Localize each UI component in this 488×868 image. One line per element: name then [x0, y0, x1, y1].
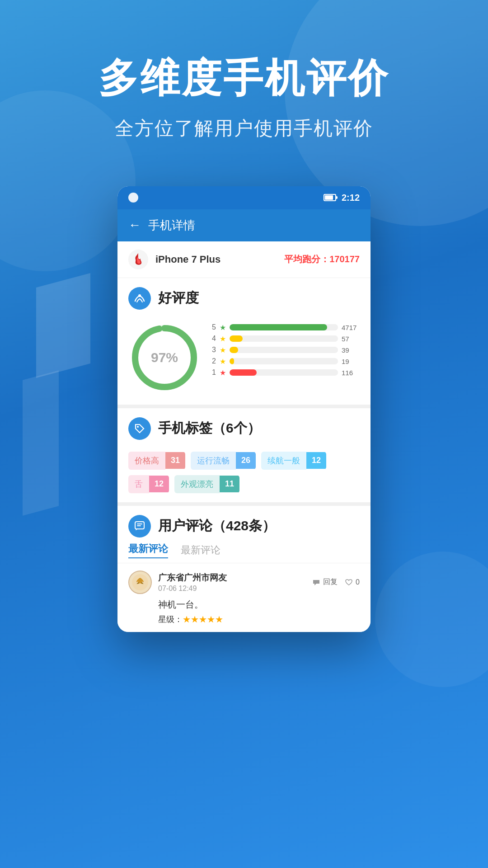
tags-header: 手机标签（6个）: [117, 408, 371, 447]
svg-point-4: [137, 426, 139, 428]
status-bar: 2:12: [117, 186, 371, 209]
bar-star-number: 5: [210, 323, 216, 331]
comment-user-left: 广东省广州市网友 07-06 12:49: [128, 571, 227, 594]
comment-username: 广东省广州市网友: [158, 572, 227, 584]
comment-avatar: [128, 571, 152, 594]
svg-point-1: [138, 294, 141, 297]
phone-name: iPhone 7 Plus: [155, 254, 277, 265]
bar-count: 4717: [342, 324, 360, 331]
app-icon: [128, 193, 138, 203]
tag-count: 11: [220, 476, 239, 492]
app-header: ← 手机详情: [117, 209, 371, 241]
bar-star-number: 4: [210, 335, 216, 343]
status-bar-right: 2:12: [324, 193, 360, 203]
tag-count: 31: [165, 452, 185, 469]
hero-title: 多维度手机评价: [0, 54, 488, 102]
comments-icon: [128, 515, 151, 538]
star-icon: ★: [199, 615, 207, 624]
tag-name: 外观漂亮: [174, 475, 220, 493]
battery-icon: [324, 194, 336, 201]
comment-user-info: 广东省广州市网友 07-06 12:49: [158, 572, 227, 593]
rating-percentage: 97%: [151, 350, 178, 365]
rating-content: 97% 5 ★ 4717 4 ★ 57 3 ★ 39 2 ★ 19: [117, 317, 371, 405]
hero-section: 多维度手机评价 全方位了解用户使用手机评价: [0, 0, 488, 168]
bar-row: 1 ★ 116: [210, 368, 360, 377]
bar-count: 19: [342, 358, 360, 365]
tag-item[interactable]: 价格高 31: [128, 452, 185, 470]
bar-fill: [230, 347, 238, 353]
bar-fill: [230, 335, 243, 342]
star-icon: ★: [220, 357, 226, 366]
comment-stars: 星级：★★★★★: [158, 614, 360, 625]
rating-header: 好评度: [117, 278, 371, 317]
latest-tab[interactable]: 最新评论: [128, 542, 168, 558]
tag-name: 运行流畅: [191, 452, 236, 470]
comments-section: 用户评论（428条） 最新评论 最新评论: [117, 506, 371, 632]
bar-track: [230, 335, 338, 342]
comments-header: 用户评论（428条）: [117, 506, 371, 542]
tag-item[interactable]: 舌 12: [128, 475, 169, 493]
tags-icon: [128, 417, 151, 440]
status-time: 2:12: [342, 193, 360, 203]
comment-user-row: 广东省广州市网友 07-06 12:49 回复: [128, 571, 360, 594]
comment-like-button[interactable]: 0: [345, 578, 360, 586]
comment-item: 广东省广州市网友 07-06 12:49 回复: [117, 563, 371, 632]
rating-icon: [128, 287, 151, 310]
bar-track: [230, 347, 338, 353]
phone-info-row: iPhone 7 Plus 平均跑分：170177: [117, 241, 371, 278]
hero-subtitle: 全方位了解用户使用手机评价: [0, 116, 488, 141]
bar-count: 57: [342, 335, 360, 343]
tag-item[interactable]: 运行流畅 26: [191, 452, 256, 470]
tags-title: 手机标签（6个）: [158, 419, 261, 438]
tags-section: 手机标签（6个） 价格高 31 运行流畅 26 续航一般 12 舌 12 外观漂…: [117, 408, 371, 506]
phone-score: 平均跑分：170177: [284, 253, 360, 265]
star-icon: ★: [215, 615, 223, 624]
bar-row: 4 ★ 57: [210, 335, 360, 343]
bar-star-number: 1: [210, 368, 216, 377]
star-icon: ★: [207, 615, 215, 624]
back-button[interactable]: ←: [128, 218, 141, 232]
tag-name: 舌: [128, 475, 149, 493]
star-icon: ★: [220, 368, 226, 377]
bar-track: [230, 358, 338, 364]
inactive-tab: 最新评论: [181, 543, 221, 557]
star-icon: ★: [220, 346, 226, 354]
star-icon: ★: [220, 335, 226, 343]
comment-body: 神机一台。: [158, 598, 360, 611]
stars-label: 星级：: [158, 615, 183, 624]
bar-star-number: 3: [210, 346, 216, 354]
bar-count: 116: [342, 369, 360, 377]
tag-item[interactable]: 外观漂亮 11: [174, 475, 239, 493]
bar-fill: [230, 369, 257, 376]
tag-count: 12: [306, 452, 326, 469]
comment-actions: 回复 0: [312, 577, 360, 587]
tags-content: 价格高 31 运行流畅 26 续航一般 12 舌 12 外观漂亮 11: [117, 447, 371, 502]
comment-reply-button[interactable]: 回复: [312, 577, 338, 587]
phone-screen: 2:12 ← 手机详情 iPhone 7 Plus 平均跑分：170177: [117, 186, 371, 632]
bar-track: [230, 324, 338, 330]
bar-chart: 5 ★ 4717 4 ★ 57 3 ★ 39 2 ★ 19 1 ★ 116: [210, 321, 360, 377]
tag-item[interactable]: 续航一般 12: [261, 452, 326, 470]
rating-section: 好评度 97% 5 ★ 4717: [117, 278, 371, 408]
bar-fill: [230, 358, 234, 364]
star-icon: ★: [220, 323, 226, 332]
circular-progress: 97%: [128, 321, 201, 394]
bar-fill: [230, 324, 327, 330]
header-title: 手机详情: [148, 217, 195, 233]
phone-mockup: 2:12 ← 手机详情 iPhone 7 Plus 平均跑分：170177: [0, 186, 488, 632]
tag-name: 续航一般: [261, 452, 306, 470]
svg-rect-5: [135, 522, 144, 529]
comment-time: 07-06 12:49: [158, 585, 227, 593]
bar-count: 39: [342, 346, 360, 354]
bar-star-number: 2: [210, 357, 216, 365]
star-icon: ★: [183, 615, 191, 624]
bar-row: 3 ★ 39: [210, 346, 360, 354]
star-icon: ★: [191, 615, 199, 624]
tag-name: 价格高: [128, 452, 165, 470]
bar-track: [230, 369, 338, 376]
rating-title: 好评度: [158, 289, 199, 307]
bar-row: 5 ★ 4717: [210, 323, 360, 332]
bar-row: 2 ★ 19: [210, 357, 360, 366]
comments-title: 用户评论（428条）: [158, 517, 276, 535]
brand-icon: [128, 250, 148, 269]
